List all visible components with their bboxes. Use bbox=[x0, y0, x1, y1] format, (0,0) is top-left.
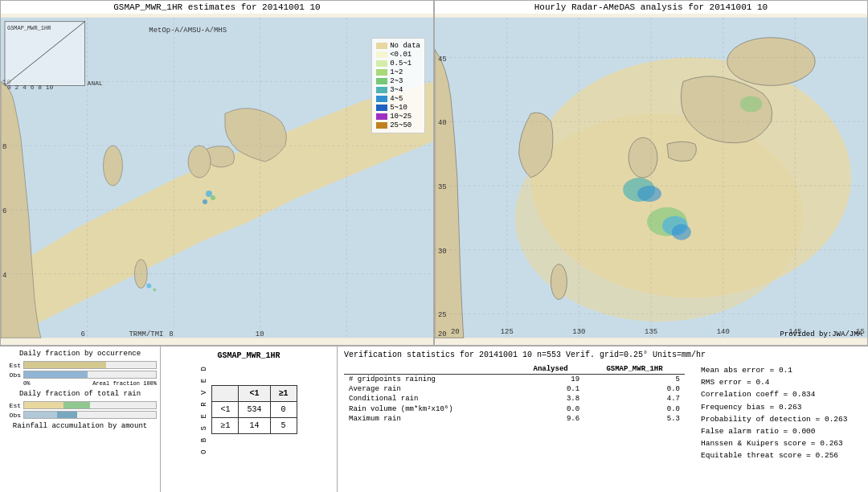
left-map-canvas: 10 8 6 4 6 8 10 GSMAP_MWR_1HR 0 bbox=[1, 14, 433, 342]
svg-text:ANAL: ANAL bbox=[88, 80, 103, 87]
contingency-section: GSMAP_MWR_1HR O B S E R V E D <1 ≥1 <1 bbox=[161, 346, 338, 492]
cell-10: 14 bbox=[239, 418, 270, 434]
row-label-lt1: <1 bbox=[212, 402, 239, 418]
stat-line-7: Equitable threat score = 0.256 bbox=[701, 449, 862, 461]
svg-point-2 bbox=[104, 146, 123, 186]
verif-row-3: Rain volume (mm*km²x10⁶)0.00.0 bbox=[344, 404, 685, 414]
svg-text:140: 140 bbox=[717, 328, 730, 336]
verif-col-label bbox=[344, 364, 517, 375]
stat-line-6: Hanssen & Kuipers score = 0.263 bbox=[701, 437, 862, 449]
svg-text:45: 45 bbox=[438, 55, 447, 64]
svg-point-43 bbox=[740, 96, 763, 112]
left-map-panel: GSMAP_MWR_1HR estimates for 20141001 10 bbox=[0, 0, 434, 346]
verif-row-gsmap-1: 0.0 bbox=[584, 384, 685, 394]
verif-row-gsmap-3: 0.0 bbox=[584, 404, 685, 414]
verif-row-label-4: Maximum rain bbox=[344, 414, 517, 424]
svg-point-36 bbox=[727, 38, 816, 86]
svg-text:0   2    4    6    8   10: 0 2 4 6 8 10 bbox=[7, 84, 54, 91]
verif-col-analysed: Analysed bbox=[517, 364, 584, 375]
verif-header-row: Analysed GSMAP_MWR_1HR bbox=[344, 364, 685, 375]
obs-label-vertical: O B S E R V E D bbox=[200, 365, 208, 454]
verif-row-analysed-2: 3.8 bbox=[517, 394, 584, 404]
contingency-wrapper: O B S E R V E D <1 ≥1 <1 534 0 bbox=[200, 365, 297, 454]
right-map-canvas: 45 40 35 30 25 20 20 125 130 135 140 145… bbox=[435, 14, 867, 342]
verif-row-label-1: Average rain bbox=[344, 384, 517, 394]
verif-row-label-2: Conditional rain bbox=[344, 394, 517, 404]
top-row: GSMAP_MWR_1HR estimates for 20141001 10 bbox=[0, 0, 868, 346]
svg-text:4: 4 bbox=[2, 272, 6, 280]
svg-text:8: 8 bbox=[169, 330, 173, 338]
verif-row-0: # gridpoints raining195 bbox=[344, 375, 685, 385]
svg-text:6: 6 bbox=[81, 330, 85, 338]
stat-line-1: RMS error = 0.4 bbox=[701, 376, 862, 388]
svg-point-5 bbox=[206, 191, 212, 197]
chart1-axis: 0% Areal fraction 100% bbox=[3, 380, 157, 387]
svg-point-3 bbox=[188, 146, 211, 178]
stat-line-4: Probability of detection = 0.263 bbox=[701, 413, 862, 425]
chart1-est-label: Est bbox=[3, 362, 21, 369]
stat-line-3: Frequency bias = 0.263 bbox=[701, 401, 862, 413]
svg-point-9 bbox=[153, 288, 156, 291]
verif-table-section: Analysed GSMAP_MWR_1HR # gridpoints rain… bbox=[344, 364, 685, 462]
chart2: Est Obs bbox=[3, 401, 157, 419]
svg-text:25: 25 bbox=[438, 311, 447, 319]
svg-text:10: 10 bbox=[256, 330, 264, 338]
verif-row-2: Conditional rain3.84.7 bbox=[344, 394, 685, 404]
table-row-ge1: ≥1 14 5 bbox=[212, 418, 297, 434]
map-legend: No data <0.01 0.5~1 1~2 2~3 3~4 4~5 5~10… bbox=[371, 38, 425, 133]
chart1-title: Daily fraction by occurrence bbox=[3, 350, 157, 358]
svg-text:20: 20 bbox=[451, 328, 460, 336]
chart2-est-label: Est bbox=[3, 402, 21, 409]
chart1: Est Obs 0% Areal fraction 100% bbox=[3, 361, 157, 387]
verif-title: Verification statistics for 20141001 10 … bbox=[344, 351, 862, 359]
svg-text:GSMAP_MWR_1HR: GSMAP_MWR_1HR bbox=[7, 25, 51, 31]
chart1-x-start: 0% bbox=[23, 380, 30, 387]
verification-section: Verification statistics for 20141001 10 … bbox=[338, 346, 868, 492]
svg-point-39 bbox=[637, 186, 661, 202]
col-lt1: <1 bbox=[239, 386, 270, 402]
svg-text:MetOp-A/AMSU-A/MHS: MetOp-A/AMSU-A/MHS bbox=[149, 27, 227, 35]
svg-text:20: 20 bbox=[438, 330, 447, 338]
verif-row-4: Maximum rain9.65.3 bbox=[344, 414, 685, 424]
chart3-title: Rainfall accumulation by amount bbox=[3, 422, 157, 430]
verif-row-analysed-1: 0.1 bbox=[517, 384, 584, 394]
cell-00: 534 bbox=[239, 402, 270, 418]
verif-row-gsmap-0: 5 bbox=[584, 375, 685, 385]
provided-by-label: Provided by:JWA/JMA bbox=[780, 330, 862, 338]
svg-text:40: 40 bbox=[438, 119, 447, 127]
svg-text:30: 30 bbox=[438, 248, 447, 256]
verif-row-analysed-0: 19 bbox=[517, 375, 584, 385]
svg-text:TRMM/TMI: TRMM/TMI bbox=[129, 330, 163, 338]
right-map-panel: Hourly Radar-AMeDAS analysis for 2014100… bbox=[434, 0, 868, 346]
svg-text:130: 130 bbox=[572, 328, 585, 336]
chart1-obs-label: Obs bbox=[3, 371, 21, 379]
chart2-obs-label: Obs bbox=[3, 412, 21, 419]
verif-row-gsmap-2: 4.7 bbox=[584, 394, 685, 404]
verif-row-gsmap-4: 5.3 bbox=[584, 414, 685, 424]
verif-row-analysed-3: 0.0 bbox=[517, 404, 584, 414]
cell-01: 0 bbox=[270, 402, 297, 418]
verif-row-label-3: Rain volume (mm*km²x10⁶) bbox=[344, 404, 517, 414]
bottom-left-charts: Daily fraction by occurrence Est Obs 0% … bbox=[0, 346, 161, 492]
svg-text:35: 35 bbox=[438, 183, 447, 191]
stats-right: Mean abs error = 0.1RMS error = 0.4Corre… bbox=[701, 364, 862, 462]
verif-table: Analysed GSMAP_MWR_1HR # gridpoints rain… bbox=[344, 364, 685, 424]
svg-text:6: 6 bbox=[2, 207, 6, 215]
contingency-title: GSMAP_MWR_1HR bbox=[217, 351, 280, 360]
bottom-row: Daily fraction by occurrence Est Obs 0% … bbox=[0, 346, 868, 492]
svg-point-8 bbox=[146, 284, 151, 289]
verif-row-label-0: # gridpoints raining bbox=[344, 375, 517, 385]
contingency-table: <1 ≥1 <1 534 0 ≥1 14 5 bbox=[211, 385, 297, 434]
verif-col-gsmap: GSMAP_MWR_1HR bbox=[584, 364, 685, 375]
right-map-title: Hourly Radar-AMeDAS analysis for 2014100… bbox=[435, 1, 867, 14]
svg-text:135: 135 bbox=[645, 328, 657, 336]
svg-point-6 bbox=[211, 195, 215, 200]
svg-text:125: 125 bbox=[501, 328, 514, 336]
svg-text:8: 8 bbox=[2, 143, 6, 151]
cell-11: 5 bbox=[270, 418, 297, 434]
svg-point-37 bbox=[551, 264, 567, 300]
col-ge1: ≥1 bbox=[270, 386, 297, 402]
stat-line-5: False alarm ratio = 0.000 bbox=[701, 425, 862, 437]
left-map-title: GSMAP_MWR_1HR estimates for 20141001 10 bbox=[1, 1, 433, 14]
corner-cell bbox=[212, 386, 239, 402]
